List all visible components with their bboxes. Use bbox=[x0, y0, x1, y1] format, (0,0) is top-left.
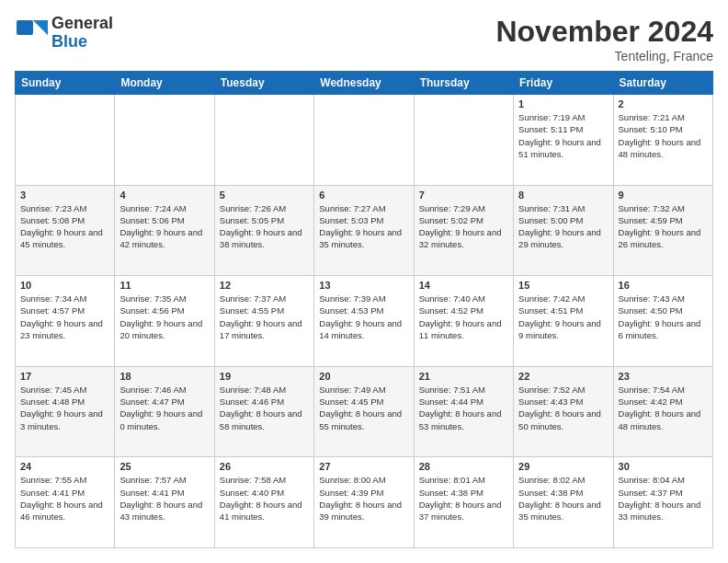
day-info: Sunrise: 7:40 AM Sunset: 4:52 PM Dayligh… bbox=[419, 293, 508, 341]
day-info: Sunrise: 7:51 AM Sunset: 4:44 PM Dayligh… bbox=[419, 384, 508, 432]
day-number: 8 bbox=[518, 190, 608, 201]
day-number: 9 bbox=[619, 190, 708, 201]
day-number: 24 bbox=[20, 461, 109, 472]
day-number: 7 bbox=[419, 190, 508, 201]
day-info: Sunrise: 7:26 AM Sunset: 5:05 PM Dayligh… bbox=[220, 202, 309, 251]
day-info: Sunrise: 7:24 AM Sunset: 5:06 PM Dayligh… bbox=[119, 202, 209, 251]
calendar-cell: 13Sunrise: 7:39 AM Sunset: 4:53 PM Dayli… bbox=[314, 276, 414, 367]
calendar-week-1: 1Sunrise: 7:19 AM Sunset: 5:11 PM Daylig… bbox=[16, 95, 713, 186]
day-info: Sunrise: 7:37 AM Sunset: 4:55 PM Dayligh… bbox=[220, 293, 309, 341]
day-number: 11 bbox=[119, 280, 209, 291]
day-info: Sunrise: 7:39 AM Sunset: 4:53 PM Dayligh… bbox=[319, 293, 408, 341]
day-number: 17 bbox=[20, 371, 109, 382]
day-number: 21 bbox=[419, 371, 508, 382]
calendar-cell: 22Sunrise: 7:52 AM Sunset: 4:43 PM Dayli… bbox=[514, 366, 613, 457]
day-info: Sunrise: 7:23 AM Sunset: 5:08 PM Dayligh… bbox=[20, 202, 109, 251]
calendar-cell: 2Sunrise: 7:21 AM Sunset: 5:10 PM Daylig… bbox=[613, 95, 712, 186]
day-number: 3 bbox=[20, 190, 109, 201]
day-info: Sunrise: 7:52 AM Sunset: 4:43 PM Dayligh… bbox=[518, 384, 608, 432]
calendar-cell: 26Sunrise: 7:58 AM Sunset: 4:40 PM Dayli… bbox=[214, 457, 313, 548]
calendar-cell: 15Sunrise: 7:42 AM Sunset: 4:51 PM Dayli… bbox=[514, 276, 613, 367]
calendar-week-4: 17Sunrise: 7:45 AM Sunset: 4:48 PM Dayli… bbox=[16, 366, 713, 457]
day-number: 1 bbox=[518, 98, 608, 109]
day-number: 22 bbox=[518, 371, 608, 382]
day-number: 2 bbox=[619, 98, 708, 109]
calendar-cell: 12Sunrise: 7:37 AM Sunset: 4:55 PM Dayli… bbox=[214, 276, 313, 367]
logo-icon bbox=[15, 17, 48, 50]
calendar-cell: 8Sunrise: 7:31 AM Sunset: 5:00 PM Daylig… bbox=[514, 185, 613, 276]
day-info: Sunrise: 7:34 AM Sunset: 4:57 PM Dayligh… bbox=[20, 293, 109, 341]
calendar-cell: 3Sunrise: 7:23 AM Sunset: 5:08 PM Daylig… bbox=[16, 185, 115, 276]
col-friday: Friday bbox=[514, 72, 613, 95]
col-monday: Monday bbox=[115, 72, 214, 95]
calendar-week-2: 3Sunrise: 7:23 AM Sunset: 5:08 PM Daylig… bbox=[16, 185, 713, 276]
day-number: 6 bbox=[319, 190, 408, 201]
calendar-cell: 24Sunrise: 7:55 AM Sunset: 4:41 PM Dayli… bbox=[16, 457, 115, 548]
calendar-cell: 9Sunrise: 7:32 AM Sunset: 4:59 PM Daylig… bbox=[613, 185, 712, 276]
day-info: Sunrise: 7:48 AM Sunset: 4:46 PM Dayligh… bbox=[220, 384, 309, 432]
col-tuesday: Tuesday bbox=[214, 72, 313, 95]
day-info: Sunrise: 7:29 AM Sunset: 5:02 PM Dayligh… bbox=[419, 202, 508, 251]
day-info: Sunrise: 7:21 AM Sunset: 5:10 PM Dayligh… bbox=[619, 111, 708, 160]
day-number: 13 bbox=[319, 280, 408, 291]
day-number: 4 bbox=[119, 190, 209, 201]
header: General Blue November 2024 Tenteling, Fr… bbox=[15, 15, 713, 63]
day-number: 23 bbox=[619, 371, 708, 382]
day-number: 10 bbox=[20, 280, 109, 291]
day-number: 25 bbox=[119, 461, 209, 472]
calendar-cell: 7Sunrise: 7:29 AM Sunset: 5:02 PM Daylig… bbox=[414, 185, 513, 276]
logo: General Blue bbox=[15, 15, 113, 52]
calendar-header-row: Sunday Monday Tuesday Wednesday Thursday… bbox=[16, 72, 713, 95]
day-info: Sunrise: 7:31 AM Sunset: 5:00 PM Dayligh… bbox=[518, 202, 608, 251]
calendar-cell: 20Sunrise: 7:49 AM Sunset: 4:45 PM Dayli… bbox=[314, 366, 414, 457]
calendar-week-5: 24Sunrise: 7:55 AM Sunset: 4:41 PM Dayli… bbox=[16, 457, 713, 548]
calendar-cell: 10Sunrise: 7:34 AM Sunset: 4:57 PM Dayli… bbox=[16, 276, 115, 367]
day-info: Sunrise: 7:35 AM Sunset: 4:56 PM Dayligh… bbox=[119, 293, 209, 341]
calendar-cell bbox=[314, 95, 414, 186]
day-number: 28 bbox=[419, 461, 508, 472]
month-title: November 2024 bbox=[495, 15, 713, 49]
calendar-cell: 1Sunrise: 7:19 AM Sunset: 5:11 PM Daylig… bbox=[514, 95, 613, 186]
day-info: Sunrise: 7:43 AM Sunset: 4:50 PM Dayligh… bbox=[619, 293, 708, 341]
col-thursday: Thursday bbox=[414, 72, 513, 95]
calendar-cell: 16Sunrise: 7:43 AM Sunset: 4:50 PM Dayli… bbox=[613, 276, 712, 367]
day-number: 27 bbox=[319, 461, 408, 472]
day-number: 29 bbox=[518, 461, 608, 472]
calendar-cell: 4Sunrise: 7:24 AM Sunset: 5:06 PM Daylig… bbox=[115, 185, 214, 276]
svg-rect-2 bbox=[17, 20, 33, 35]
day-info: Sunrise: 8:02 AM Sunset: 4:38 PM Dayligh… bbox=[518, 474, 608, 523]
calendar: Sunday Monday Tuesday Wednesday Thursday… bbox=[15, 71, 713, 548]
day-info: Sunrise: 7:45 AM Sunset: 4:48 PM Dayligh… bbox=[20, 384, 109, 432]
day-info: Sunrise: 7:32 AM Sunset: 4:59 PM Dayligh… bbox=[619, 202, 708, 251]
day-info: Sunrise: 7:42 AM Sunset: 4:51 PM Dayligh… bbox=[518, 293, 608, 341]
day-info: Sunrise: 8:01 AM Sunset: 4:38 PM Dayligh… bbox=[419, 474, 508, 523]
day-number: 19 bbox=[220, 371, 309, 382]
col-sunday: Sunday bbox=[16, 72, 115, 95]
day-info: Sunrise: 7:49 AM Sunset: 4:45 PM Dayligh… bbox=[319, 384, 408, 432]
calendar-cell: 30Sunrise: 8:04 AM Sunset: 4:37 PM Dayli… bbox=[613, 457, 712, 548]
calendar-week-3: 10Sunrise: 7:34 AM Sunset: 4:57 PM Dayli… bbox=[16, 276, 713, 367]
calendar-cell: 17Sunrise: 7:45 AM Sunset: 4:48 PM Dayli… bbox=[16, 366, 115, 457]
calendar-cell bbox=[16, 95, 115, 186]
calendar-cell: 23Sunrise: 7:54 AM Sunset: 4:42 PM Dayli… bbox=[613, 366, 712, 457]
calendar-cell: 21Sunrise: 7:51 AM Sunset: 4:44 PM Dayli… bbox=[414, 366, 513, 457]
day-info: Sunrise: 7:55 AM Sunset: 4:41 PM Dayligh… bbox=[20, 474, 109, 523]
calendar-cell: 14Sunrise: 7:40 AM Sunset: 4:52 PM Dayli… bbox=[414, 276, 513, 367]
day-info: Sunrise: 7:57 AM Sunset: 4:41 PM Dayligh… bbox=[119, 474, 209, 523]
day-info: Sunrise: 7:54 AM Sunset: 4:42 PM Dayligh… bbox=[619, 384, 708, 432]
day-info: Sunrise: 7:27 AM Sunset: 5:03 PM Dayligh… bbox=[319, 202, 408, 251]
day-number: 12 bbox=[220, 280, 309, 291]
calendar-cell: 27Sunrise: 8:00 AM Sunset: 4:39 PM Dayli… bbox=[314, 457, 414, 548]
day-number: 26 bbox=[220, 461, 309, 472]
calendar-cell: 25Sunrise: 7:57 AM Sunset: 4:41 PM Dayli… bbox=[115, 457, 214, 548]
day-number: 20 bbox=[319, 371, 408, 382]
calendar-cell bbox=[214, 95, 313, 186]
logo-general-text: General bbox=[51, 15, 113, 33]
page: General Blue November 2024 Tenteling, Fr… bbox=[0, 0, 728, 563]
title-block: November 2024 Tenteling, France bbox=[495, 15, 713, 63]
calendar-cell: 18Sunrise: 7:46 AM Sunset: 4:47 PM Dayli… bbox=[115, 366, 214, 457]
day-info: Sunrise: 7:46 AM Sunset: 4:47 PM Dayligh… bbox=[119, 384, 209, 432]
calendar-cell bbox=[414, 95, 513, 186]
logo-blue-text: Blue bbox=[51, 33, 113, 52]
calendar-cell: 11Sunrise: 7:35 AM Sunset: 4:56 PM Dayli… bbox=[115, 276, 214, 367]
